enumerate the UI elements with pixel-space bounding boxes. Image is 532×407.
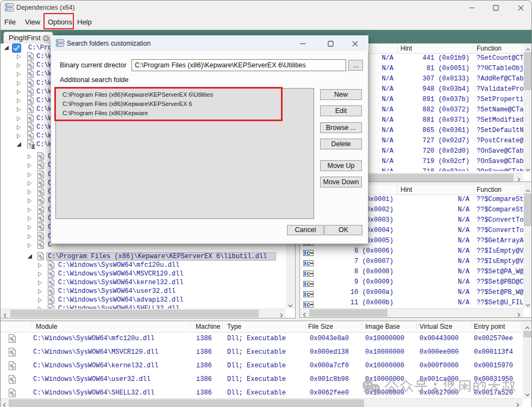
- tree-horizontal-scrollbar[interactable]: [1, 309, 286, 318]
- scroll-right-icon[interactable]: [515, 400, 521, 406]
- expander-expanded-icon[interactable]: [27, 254, 33, 259]
- exports-horizontal-scrollbar[interactable]: [300, 308, 523, 317]
- dialog-maximize-button[interactable]: [325, 38, 336, 49]
- close-circle-icon[interactable]: [42, 34, 49, 44]
- expander-collapsed-icon[interactable]: [27, 180, 32, 186]
- exports-row[interactable]: C9 (0x0009)N/A??$Set@PBD@C: [300, 277, 523, 287]
- expander-collapsed-icon[interactable]: [16, 98, 21, 104]
- dialog-minimize-button[interactable]: [297, 38, 308, 49]
- checkbox-checked[interactable]: [12, 43, 21, 53]
- imports-vertical-scrollbar[interactable]: [523, 43, 532, 173]
- tree-row[interactable]: C:\Windows\SysWOW64\MSVCR120.dll: [1, 270, 286, 278]
- expander-collapsed-icon[interactable]: [16, 62, 21, 68]
- edit-button[interactable]: Edit: [320, 105, 362, 116]
- expander-collapsed-icon[interactable]: [37, 297, 42, 303]
- binary-directory-input[interactable]: C:\Program Files (x86)\Kepware\KEPServer…: [132, 59, 346, 71]
- imports-hint-column-header[interactable]: Hint: [400, 45, 412, 52]
- exports-row[interactable]: C7 (0x0007)N/A??$IsEmpty@V: [300, 256, 523, 267]
- scroll-left-icon[interactable]: [302, 310, 308, 316]
- ok-button[interactable]: OK: [324, 225, 362, 235]
- browse-button[interactable]: Browse ...: [320, 122, 362, 133]
- maximize-button[interactable]: [490, 2, 501, 13]
- exports-row[interactable]: C11 (0x000b)N/A??$Set@U_FIL: [300, 298, 523, 308]
- expander-collapsed-icon[interactable]: [37, 262, 42, 268]
- tree-row[interactable]: C:\Windows\SysWOW64\mfc120u.dll: [1, 261, 286, 270]
- modules-vertical-scrollbar[interactable]: [523, 321, 532, 398]
- module-row[interactable]: C:\Windows\SysWOW64\mfc120u.dlli386Dll; …: [0, 332, 523, 346]
- expander-collapsed-icon[interactable]: [27, 198, 32, 204]
- modules-type-column-header[interactable]: Type: [227, 323, 241, 330]
- cancel-button[interactable]: Cancel: [287, 225, 324, 235]
- expander-collapsed-icon[interactable]: [27, 216, 32, 222]
- expander-collapsed-icon[interactable]: [16, 116, 21, 122]
- expander-collapsed-icon[interactable]: [16, 71, 21, 77]
- scroll-left-icon[interactable]: [2, 311, 8, 317]
- modules-entrypoint-column-header[interactable]: Entry point: [474, 323, 505, 330]
- expander-collapsed-icon[interactable]: [27, 162, 32, 168]
- modules-filesize-column-header[interactable]: File Size: [308, 323, 333, 330]
- tree-row[interactable]: C:\Windows\SysWOW64\advapi32.dll: [1, 296, 286, 304]
- close-button[interactable]: [515, 2, 526, 13]
- scroll-up-icon[interactable]: [525, 186, 531, 192]
- scrollbar-thumb[interactable]: [10, 310, 259, 317]
- scroll-down-icon[interactable]: [524, 390, 530, 396]
- expander-expanded-icon[interactable]: [16, 142, 22, 147]
- exports-vertical-scrollbar[interactable]: [523, 185, 532, 308]
- scrollbar-thumb[interactable]: [524, 52, 532, 90]
- scroll-right-icon[interactable]: [516, 175, 522, 181]
- expander-collapsed-icon[interactable]: [16, 54, 21, 60]
- expander-collapsed-icon[interactable]: [16, 89, 21, 95]
- scroll-up-icon[interactable]: [525, 45, 531, 51]
- scrollbar-thumb[interactable]: [9, 399, 364, 407]
- menu-help[interactable]: Help: [77, 18, 92, 26]
- scroll-down-icon[interactable]: [525, 300, 531, 306]
- expander-collapsed-icon[interactable]: [37, 280, 42, 286]
- scroll-right-icon[interactable]: [516, 310, 522, 316]
- modules-imagebase-column-header[interactable]: Image Base: [365, 323, 400, 330]
- expander-collapsed-icon[interactable]: [27, 154, 32, 160]
- menu-view[interactable]: View: [25, 18, 40, 26]
- exports-row[interactable]: C10 (0x000a)N/A??$Set@PB_W@: [300, 287, 523, 298]
- expander-collapsed-icon[interactable]: [37, 289, 42, 295]
- expander-collapsed-icon[interactable]: [16, 107, 21, 112]
- dialog-close-button[interactable]: [349, 38, 360, 49]
- modules-module-column-header[interactable]: Module: [36, 323, 57, 330]
- move-up-button[interactable]: Move Up: [320, 160, 362, 171]
- tab-pingitfirst[interactable]: PingItFirst: [3, 32, 53, 43]
- scrollbar-thumb[interactable]: [309, 309, 387, 317]
- expander-collapsed-icon[interactable]: [27, 234, 32, 240]
- expander-collapsed-icon[interactable]: [27, 172, 32, 178]
- exports-hint-column-header[interactable]: Hint: [400, 186, 412, 193]
- exports-row[interactable]: C6 (0x0006)N/A??$IsEmpty@V: [300, 246, 523, 256]
- scroll-down-icon[interactable]: [525, 165, 531, 171]
- expander-expanded-icon[interactable]: [4, 45, 9, 51]
- scrollbar-thumb[interactable]: [524, 193, 532, 226]
- tree-row[interactable]: C:\Windows\SysWOW64\kernel32.dll: [1, 278, 286, 287]
- tree-row[interactable]: C:\Windows\SysWOW64\user32.dll: [1, 287, 286, 296]
- expander-collapsed-icon[interactable]: [27, 207, 32, 213]
- modules-virtualsize-column-header[interactable]: Virtual Size: [420, 323, 452, 330]
- expander-collapsed-icon[interactable]: [27, 242, 32, 248]
- expander-collapsed-icon[interactable]: [27, 224, 32, 230]
- menu-file[interactable]: File: [4, 18, 16, 26]
- exports-function-column-header[interactable]: Function: [477, 186, 502, 193]
- scroll-down-icon[interactable]: [287, 301, 293, 307]
- module-row[interactable]: C:\Windows\SysWOW64\MSVCR120.dlli386Dll;…: [0, 346, 523, 359]
- modules-machine-column-header[interactable]: Machine: [196, 323, 220, 330]
- minimize-button[interactable]: [466, 2, 477, 13]
- module-row[interactable]: C:\Windows\SysWOW64\kernel32.dlli386Dll;…: [0, 359, 523, 373]
- expander-collapsed-icon[interactable]: [37, 271, 42, 277]
- scroll-right-icon[interactable]: [278, 311, 284, 317]
- delete-button[interactable]: Delete: [320, 139, 362, 149]
- exports-row[interactable]: C8 (0x0008)N/A??$Set@PA_W@: [300, 267, 523, 277]
- expander-collapsed-icon[interactable]: [16, 133, 21, 139]
- new-button[interactable]: New: [320, 89, 362, 100]
- imports-function-column-header[interactable]: Function: [477, 45, 502, 52]
- browse-dots-button[interactable]: ...: [348, 60, 363, 71]
- move-down-button[interactable]: Move Down: [320, 177, 362, 187]
- expander-collapsed-icon[interactable]: [16, 124, 21, 130]
- scroll-up-icon[interactable]: [524, 323, 530, 329]
- expander-collapsed-icon[interactable]: [16, 80, 21, 86]
- scrollbar-thumb[interactable]: [523, 331, 531, 337]
- tree-row[interactable]: C:\Program Files (x86)\Kepware\KEPServer…: [1, 252, 286, 261]
